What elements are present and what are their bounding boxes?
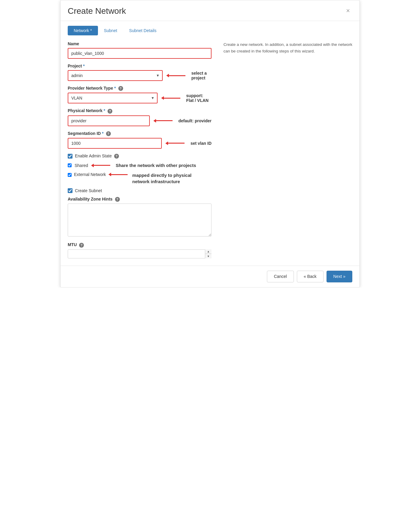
info-text: Create a new network. In addition, a sub… — [223, 41, 352, 54]
mtu-spin-up[interactable]: ▲ — [205, 249, 211, 254]
provider-type-arrow-annotation — [161, 96, 180, 100]
name-input[interactable] — [68, 48, 211, 59]
physical-network-arrow-annotation — [153, 119, 173, 123]
tab-network-label: Network — [74, 28, 89, 33]
shared-label[interactable]: Shared — [75, 163, 88, 168]
external-network-label[interactable]: External Network — [74, 172, 106, 177]
name-group: Name — [68, 41, 211, 59]
physical-network-group: Physical Network * ? default: provider — [68, 108, 211, 126]
create-subnet-group: Create Subnet — [68, 188, 211, 193]
project-annotation-text: select a project — [191, 71, 211, 80]
enable-admin-state-label[interactable]: Enable Admin State ? — [75, 153, 119, 159]
mtu-spin-down[interactable]: ▼ — [205, 254, 211, 258]
physical-network-annotation-text: default: provider — [179, 118, 211, 123]
mtu-spinners: ▲ ▼ — [205, 249, 211, 258]
segmentation-annotation-text: set vlan ID — [191, 141, 211, 146]
name-label: Name — [68, 41, 211, 46]
project-label: Project * — [68, 64, 211, 68]
provider-network-type-group: Provider Network Type * ? VLAN Flat ▼ — [68, 86, 211, 103]
provider-network-type-select-wrapper: VLAN Flat ▼ — [68, 93, 158, 103]
tab-subnet[interactable]: Subnet — [98, 26, 123, 35]
project-arrow-annotation — [166, 74, 185, 77]
segmentation-arrow-annotation — [165, 141, 185, 145]
enable-admin-state-group: Enable Admin State ? — [68, 153, 211, 159]
physical-network-input[interactable] — [68, 115, 150, 126]
tab-network[interactable]: Network * — [68, 26, 98, 35]
dialog-header: Create Network × — [61, 0, 359, 21]
project-group: Project * admin ▼ select a project — [68, 64, 211, 81]
segmentation-id-group: Segmentation ID * ? set vlan ID — [68, 131, 211, 149]
physical-network-label: Physical Network * ? — [68, 108, 211, 113]
shared-checkbox[interactable] — [68, 163, 72, 167]
back-button[interactable]: « Back — [297, 271, 324, 282]
dialog-body: Name Project * admin ▼ — [61, 35, 359, 266]
mtu-label: MTU ? — [68, 242, 211, 247]
mtu-help-icon[interactable]: ? — [79, 243, 84, 248]
tab-network-required: * — [89, 28, 92, 33]
mtu-group: MTU ? ▲ ▼ — [68, 242, 211, 258]
physical-network-help-icon[interactable]: ? — [108, 109, 112, 114]
segmentation-id-label: Segmentation ID * ? — [68, 131, 211, 136]
form-column: Name Project * admin ▼ — [68, 41, 211, 258]
project-select[interactable]: admin — [68, 70, 163, 81]
cancel-button[interactable]: Cancel — [267, 271, 294, 282]
external-network-arrow-annotation — [108, 173, 128, 176]
shared-annotation-text: Share the network with other projects — [116, 162, 196, 168]
tab-subnet-details[interactable]: Subnet Details — [123, 26, 162, 35]
external-network-group: External Network mapped directly to phys… — [68, 172, 211, 185]
provider-network-type-help-icon[interactable]: ? — [118, 86, 123, 91]
availability-zone-hints-help-icon[interactable]: ? — [115, 197, 120, 202]
availability-zone-hints-textarea[interactable] — [68, 204, 211, 237]
close-button[interactable]: × — [344, 6, 352, 15]
enable-admin-state-help-icon[interactable]: ? — [114, 154, 119, 159]
enable-admin-state-checkbox[interactable] — [68, 154, 72, 159]
create-subnet-label[interactable]: Create Subnet — [75, 188, 102, 193]
create-network-dialog: Create Network × Network * Subnet Subnet… — [60, 0, 360, 287]
availability-zone-hints-label: Availability Zone Hints ? — [68, 197, 211, 202]
segmentation-id-input[interactable] — [68, 138, 162, 149]
external-network-annotation-text: mapped directly to physical network infr… — [132, 172, 192, 185]
info-column: Create a new network. In addition, a sub… — [223, 41, 352, 258]
dialog-title: Create Network — [68, 6, 126, 16]
provider-network-type-select[interactable]: VLAN Flat — [68, 93, 158, 103]
tab-subnet-label: Subnet — [104, 28, 117, 33]
provider-type-annotation-text: support: Flat / VLAN — [186, 93, 211, 103]
shared-arrow-annotation — [91, 164, 110, 167]
project-select-wrapper: admin ▼ — [68, 70, 163, 81]
tab-bar: Network * Subnet Subnet Details — [61, 21, 359, 35]
mtu-input[interactable] — [68, 249, 211, 258]
external-network-checkbox[interactable] — [68, 173, 72, 177]
provider-network-type-label: Provider Network Type * ? — [68, 86, 211, 91]
dialog-footer: Cancel « Back Next » — [61, 266, 359, 287]
availability-zone-hints-group: Availability Zone Hints ? — [68, 197, 211, 237]
segmentation-id-help-icon[interactable]: ? — [106, 131, 111, 136]
shared-group: Shared Share the network with other proj… — [68, 162, 211, 168]
create-subnet-checkbox[interactable] — [68, 188, 72, 193]
next-button[interactable]: Next » — [327, 271, 352, 282]
mtu-input-wrapper: ▲ ▼ — [68, 249, 211, 258]
tab-subnet-details-label: Subnet Details — [129, 28, 156, 33]
